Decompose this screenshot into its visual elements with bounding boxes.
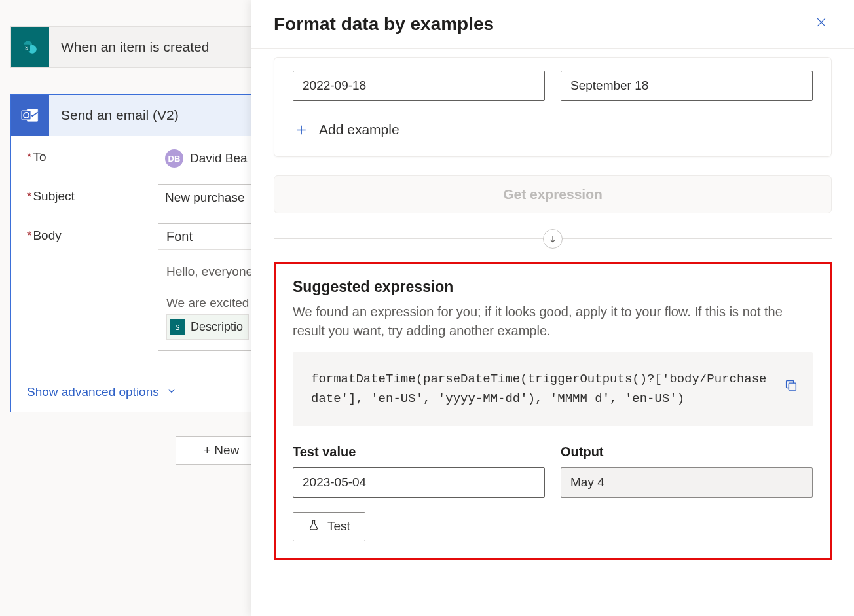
examples-card: ＋ Add example bbox=[274, 57, 832, 157]
test-value-input[interactable] bbox=[293, 467, 545, 498]
trigger-title: When an item is created bbox=[49, 39, 209, 55]
add-example-button[interactable]: ＋ Add example bbox=[293, 118, 813, 141]
avatar: DB bbox=[165, 149, 183, 168]
expression-code: formatDateTime(parseDateTime(triggerOutp… bbox=[293, 352, 813, 426]
email-title: Send an email (V2) bbox=[49, 107, 179, 123]
example-row bbox=[293, 71, 813, 101]
sharepoint-icon: s bbox=[170, 319, 185, 335]
outlook-icon bbox=[11, 95, 49, 136]
chevron-down-icon bbox=[166, 385, 177, 400]
suggested-description: We found an expression for you; if it lo… bbox=[293, 302, 813, 340]
copy-button[interactable] bbox=[784, 378, 798, 399]
dynamic-token[interactable]: s Descriptio bbox=[166, 314, 249, 339]
to-value: David Bea bbox=[190, 151, 248, 166]
output-col: Output May 4 bbox=[561, 444, 813, 498]
flask-icon bbox=[308, 519, 320, 534]
suggested-expression-card: Suggested expression We found an express… bbox=[274, 262, 832, 560]
plus-icon: ＋ bbox=[293, 118, 310, 141]
format-data-panel: Format data by examples ＋ Add example Ge… bbox=[251, 0, 854, 616]
copy-icon bbox=[784, 382, 798, 397]
close-icon bbox=[815, 16, 828, 32]
body-line2: We are excited bbox=[166, 296, 249, 310]
close-button[interactable] bbox=[811, 12, 832, 37]
subject-value: New purchase bbox=[165, 190, 244, 205]
example-input[interactable] bbox=[293, 71, 545, 101]
subject-label: *Subject bbox=[27, 184, 158, 204]
get-expression-button[interactable]: Get expression bbox=[274, 175, 832, 213]
svg-rect-7 bbox=[789, 384, 796, 391]
token-label: Descriptio bbox=[191, 316, 243, 337]
arrow-down-icon bbox=[543, 229, 563, 249]
suggested-heading: Suggested expression bbox=[293, 278, 813, 296]
test-value-col: Test value bbox=[293, 444, 545, 498]
sharepoint-icon: S bbox=[11, 27, 49, 67]
panel-body: ＋ Add example Get expression Suggested e… bbox=[251, 57, 854, 560]
output-label: Output bbox=[561, 444, 813, 460]
to-label: *To bbox=[27, 145, 158, 164]
panel-title: Format data by examples bbox=[274, 14, 494, 35]
test-section: Test value Output May 4 bbox=[293, 444, 813, 498]
code-text: formatDateTime(parseDateTime(triggerOutp… bbox=[311, 372, 767, 406]
test-button[interactable]: Test bbox=[293, 512, 365, 541]
panel-header: Format data by examples bbox=[251, 0, 854, 49]
output-value: May 4 bbox=[561, 467, 813, 498]
arrow-divider bbox=[274, 223, 832, 255]
example-output[interactable] bbox=[561, 71, 813, 101]
svg-text:S: S bbox=[25, 45, 28, 51]
test-value-label: Test value bbox=[293, 444, 545, 460]
body-label: *Body bbox=[27, 223, 158, 243]
